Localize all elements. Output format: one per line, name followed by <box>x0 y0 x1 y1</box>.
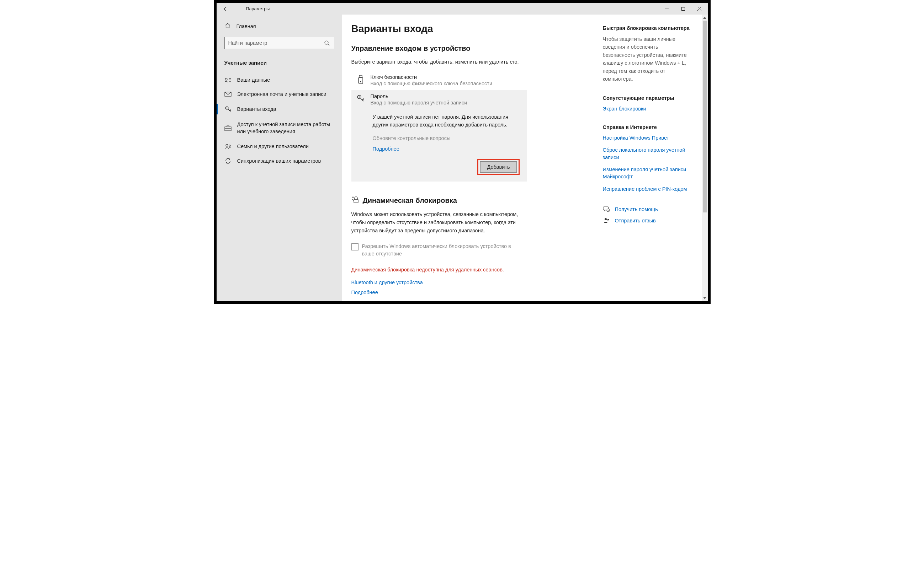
key-icon <box>224 105 232 112</box>
add-button-highlight: Добавить <box>477 159 519 175</box>
key-icon <box>357 93 365 105</box>
signin-option-password[interactable]: Пароль Вход с помощью пароля учетной зап… <box>351 90 526 109</box>
sidebar: Главная Учетные записи Ваши данные <box>217 15 342 301</box>
scroll-up-arrow[interactable] <box>702 15 708 21</box>
svg-point-24 <box>353 200 354 201</box>
svg-point-21 <box>358 96 360 98</box>
section-manage-signin: Управление входом в устройство <box>351 44 585 52</box>
people-icon <box>224 144 232 149</box>
sidebar-section-title: Учетные записи <box>217 56 342 73</box>
help-link[interactable]: Настройка Windows Привет <box>603 134 692 141</box>
section-instruction: Выберите вариант входа, чтобы добавить, … <box>351 58 522 66</box>
sidebar-item-work-school[interactable]: Доступ к учетной записи места работы или… <box>217 117 342 139</box>
dynamic-lock-checkbox-row: Разрешить Windows автоматически блокиров… <box>351 243 522 258</box>
main-content: Варианты входа Управление входом в устро… <box>342 15 599 301</box>
bluetooth-devices-link[interactable]: Bluetooth и другие устройства <box>351 280 585 285</box>
back-button[interactable] <box>217 3 235 15</box>
help-link[interactable]: Исправление проблем с PIN-кодом <box>603 186 692 192</box>
titlebar: Параметры <box>217 3 708 15</box>
add-password-button[interactable]: Добавить <box>480 161 517 172</box>
sidebar-item-label: Варианты входа <box>237 106 276 112</box>
minimize-button[interactable] <box>659 3 675 15</box>
password-description: У вашей учетной записи нет пароля. Для и… <box>373 113 519 129</box>
option-title: Ключ безопасности <box>370 74 492 80</box>
get-help-link[interactable]: Получить помощь <box>615 206 658 212</box>
sidebar-item-label: Синхронизация ваших параметров <box>237 158 321 164</box>
maximize-button[interactable] <box>675 3 691 15</box>
close-button[interactable] <box>691 3 708 15</box>
search-icon[interactable] <box>320 40 334 46</box>
sync-icon <box>224 158 232 164</box>
send-feedback-link[interactable]: Отправить отзыв <box>615 218 656 224</box>
dynamic-lock-icon <box>351 196 359 206</box>
option-subtitle: Вход с помощью пароля учетной записи <box>370 100 467 105</box>
svg-line-5 <box>328 44 330 45</box>
sidebar-item-your-info[interactable]: Ваши данные <box>217 73 342 87</box>
option-subtitle: Вход с помощью физического ключа безопас… <box>370 81 492 86</box>
quick-lock-text: Чтобы защитить ваши личные сведения и об… <box>603 35 692 83</box>
sidebar-item-signin-options[interactable]: Варианты входа <box>217 101 342 117</box>
svg-rect-1 <box>682 7 685 10</box>
sidebar-item-sync[interactable]: Синхронизация ваших параметров <box>217 153 342 168</box>
svg-rect-22 <box>354 199 358 203</box>
search-input[interactable] <box>225 40 320 46</box>
dynamic-lock-error: Динамическая блокировка недоступна для у… <box>351 267 585 273</box>
person-card-icon <box>224 77 232 83</box>
sidebar-item-label: Доступ к учетной записи места работы или… <box>237 121 334 135</box>
quick-lock-heading: Быстрая блокировка компьютера <box>603 25 694 31</box>
mail-icon <box>224 92 232 97</box>
signin-option-password-expanded: Пароль Вход с помощью пароля учетной зап… <box>351 90 527 182</box>
scrollbar-thumb[interactable] <box>703 21 707 213</box>
scroll-down-arrow[interactable] <box>702 295 708 301</box>
feedback-row[interactable]: Отправить отзыв <box>603 218 694 224</box>
svg-point-16 <box>229 145 230 146</box>
sidebar-item-family-users[interactable]: Семья и другие пользователи <box>217 139 342 153</box>
sidebar-item-label: Семья и другие пользователи <box>237 144 309 149</box>
right-pane: Быстрая блокировка компьютера Чтобы защи… <box>599 15 702 301</box>
signin-option-security-key[interactable]: Ключ безопасности Вход с помощью физичес… <box>351 71 526 90</box>
svg-point-4 <box>325 41 328 44</box>
lock-screen-link[interactable]: Экран блокировки <box>603 105 692 112</box>
usb-key-icon <box>357 74 365 86</box>
sidebar-item-label: Ваши данные <box>237 77 270 83</box>
svg-point-23 <box>352 199 353 200</box>
home-button[interactable]: Главная <box>217 18 342 36</box>
home-icon <box>224 22 231 30</box>
feedback-icon <box>603 218 610 224</box>
svg-rect-17 <box>359 75 362 78</box>
get-help-row[interactable]: ? Получить помощь <box>603 206 694 213</box>
sidebar-item-label: Электронная почта и учетные записи <box>237 91 327 97</box>
option-title: Пароль <box>370 93 467 99</box>
help-link[interactable]: Изменение пароля учетной записи Майкросо… <box>603 166 692 180</box>
briefcase-icon <box>224 125 232 131</box>
dynamic-lock-description: Windows может использовать устройства, с… <box>351 210 519 235</box>
search-box[interactable] <box>224 37 334 49</box>
page-title: Варианты входа <box>351 23 585 34</box>
dynamic-lock-learn-more-link[interactable]: Подробнее <box>351 290 585 295</box>
dynamic-lock-checkbox-label: Разрешить Windows автоматически блокиров… <box>362 243 522 258</box>
related-settings-heading: Сопутствующие параметры <box>603 95 694 101</box>
vertical-scrollbar[interactable] <box>702 15 708 301</box>
learn-more-link[interactable]: Подробнее <box>373 146 520 152</box>
window-title: Параметры <box>235 6 270 11</box>
svg-point-12 <box>226 108 227 109</box>
svg-point-19 <box>360 81 361 82</box>
svg-point-6 <box>225 78 227 80</box>
dynamic-lock-checkbox[interactable] <box>351 243 358 250</box>
online-help-heading: Справка в Интернете <box>603 124 694 130</box>
help-link[interactable]: Сброс локального пароля учетной записи <box>603 146 692 161</box>
svg-point-27 <box>605 218 607 220</box>
help-chat-icon: ? <box>603 206 610 213</box>
sidebar-item-email-accounts[interactable]: Электронная почта и учетные записи <box>217 87 342 101</box>
home-label: Главная <box>236 24 256 29</box>
svg-rect-18 <box>358 78 363 84</box>
section-dynamic-lock: Динамическая блокировка <box>351 196 585 206</box>
update-security-questions: Обновите контрольные вопросы <box>373 135 520 141</box>
dynamic-lock-heading-text: Динамическая блокировка <box>363 196 457 205</box>
svg-point-15 <box>226 144 228 146</box>
